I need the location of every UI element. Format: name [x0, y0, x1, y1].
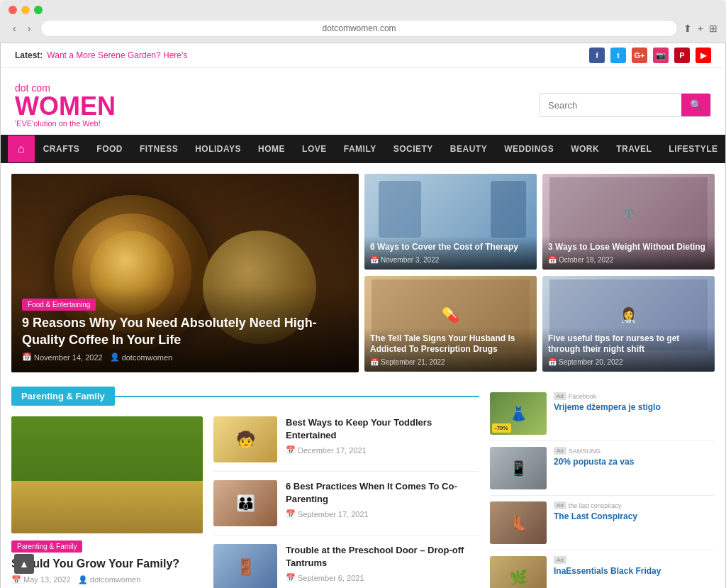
forward-button[interactable]: ›: [23, 21, 35, 35]
ad-title-1: Vrijeme džempera je stiglo: [554, 402, 715, 414]
article-item-1[interactable]: 🧒 Best Ways to Keep Your Toddlers Entert…: [213, 416, 479, 472]
new-tab-icon[interactable]: +: [698, 23, 703, 34]
ad-sponsor-2: Ad SAMSUNG: [554, 447, 715, 455]
nav-item-lifestyle[interactable]: LIFESTYLE: [660, 135, 726, 162]
facebook-icon[interactable]: f: [589, 48, 605, 63]
article-date-2: 📅 September 17, 2021: [286, 509, 479, 518]
essentials-emoji: 🌿: [510, 569, 527, 586]
minimize-dot[interactable]: [21, 6, 30, 14]
twitter-icon[interactable]: t: [610, 48, 626, 63]
ad-label-2: Ad: [554, 447, 566, 455]
hero-main-article[interactable]: Food & Entertaining 9 Reasons Why You Ne…: [11, 174, 359, 372]
nav-home-button[interactable]: ⌂: [8, 135, 35, 162]
article-date-3: 📅 September 6, 2021: [286, 573, 479, 582]
nav-item-weddings[interactable]: WEDDINGS: [496, 135, 562, 162]
side-card-4[interactable]: 👩‍⚕️ Five useful tips for nurses to get …: [542, 276, 715, 372]
logo-women: WOMEN: [15, 94, 116, 119]
nav-item-home[interactable]: HOME: [250, 135, 294, 162]
article-thumb-1: 🧒: [213, 416, 277, 462]
side-overlay-3: The Tell Tale Signs Your Husband Is Addi…: [364, 328, 537, 372]
side-card-2[interactable]: ⚖️ 3 Ways to Lose Weight Without Dieting…: [542, 174, 715, 270]
section-divider-line: [115, 396, 479, 397]
ad-label-3: Ad: [554, 501, 566, 509]
nav-item-work[interactable]: WORK: [562, 135, 608, 162]
parenting-featured[interactable]: Parenting & Family Should You Grow Your …: [11, 416, 203, 588]
logo-tagline: 'EVE'olution on the Web!: [15, 119, 116, 128]
close-dot[interactable]: [9, 6, 17, 14]
calendar-icon-4: 📅: [370, 358, 379, 366]
parenting-articles-section: Parenting & Family: [11, 387, 479, 588]
ad-item-1[interactable]: 👗 -70% Ad Facebook Vrijeme džempera je s…: [490, 387, 715, 441]
ground: [11, 481, 203, 533]
share-icon[interactable]: ⬆: [683, 23, 692, 34]
side-title-3: The Tell Tale Signs Your Husband Is Addi…: [370, 333, 531, 355]
ad-label-4: Ad: [554, 556, 566, 564]
browser-nav: ‹ ›: [9, 21, 35, 35]
article-info-2: 6 Best Practices When It Comes To Co-Par…: [286, 480, 479, 526]
therapy-figure-2: [491, 181, 526, 238]
side-overlay-2: 3 Ways to Lose Weight Without Dieting 📅 …: [542, 236, 715, 270]
googleplus-icon[interactable]: G+: [632, 48, 647, 63]
article-thumb-3: 🚪: [213, 544, 277, 588]
article-item-3[interactable]: 🚪 Trouble at the Preschool Door – Drop-o…: [213, 536, 479, 588]
logo[interactable]: dot com WOMEN 'EVE'olution on the Web!: [15, 82, 116, 128]
maximize-dot[interactable]: [34, 6, 43, 14]
ad-title-2: 20% popusta za vas: [554, 457, 715, 468]
calendar-icon-3: 📅: [548, 256, 557, 264]
side-card-1[interactable]: 6 Ways to Cover the Cost of Therapy 📅 No…: [364, 174, 537, 270]
nav-item-travel[interactable]: TRAVEL: [608, 135, 660, 162]
nav-item-society[interactable]: SOCIETY: [385, 135, 442, 162]
trees-bg: [11, 416, 203, 487]
browser-actions: ⬆ + ⊞: [683, 23, 717, 34]
address-bar[interactable]: dotcomwomen.com: [40, 20, 677, 37]
youtube-icon[interactable]: ▶: [696, 48, 711, 63]
nav-item-food[interactable]: FOOD: [88, 135, 131, 162]
ad-item-4[interactable]: 🌿 Ad InaEssentials Black Friday: [490, 550, 715, 588]
parenting-featured-image: [11, 416, 203, 533]
hero-author: 👤 dotcomwomen: [110, 353, 173, 362]
article-title-1: Best Ways to Keep Your Toddlers Entertai…: [286, 416, 479, 442]
ad-item-3[interactable]: 👢 Ad the last conspiracy The Last Conspi…: [490, 496, 715, 550]
ad-sponsor-3: Ad the last conspiracy: [554, 501, 715, 509]
user-icon-p: 👤: [78, 575, 88, 584]
ad-title-3: The Last Conspiracy: [554, 511, 715, 523]
side-title-2: 3 Ways to Lose Weight Without Dieting: [548, 242, 709, 253]
nav-item-love[interactable]: LOVE: [294, 135, 335, 162]
article-item-2[interactable]: 👪 6 Best Practices When It Comes To Co-P…: [213, 472, 479, 536]
ad-info-1: Ad Facebook Vrijeme džempera je stiglo: [554, 392, 715, 435]
latest-label: Latest:: [15, 50, 43, 60]
article-thumb-3-content: 🚪: [213, 544, 277, 588]
nav-item-holidays[interactable]: HOLIDAYS: [186, 135, 250, 162]
pinterest-icon[interactable]: P: [674, 48, 690, 63]
nav-item-crafts[interactable]: CRAFTS: [35, 135, 89, 162]
side-date-1: 📅 November 3, 2022: [370, 256, 531, 264]
hero-date: 📅 November 14, 2022: [22, 353, 103, 362]
search-bar: 🔍: [539, 93, 711, 117]
ad-thumb-4: 🌿: [490, 556, 547, 588]
ad-item-2[interactable]: 📱 Ad SAMSUNG 20% popusta za vas: [490, 441, 715, 496]
side-title-1: 6 Ways to Cover the Cost of Therapy: [370, 242, 531, 253]
browser-chrome: ‹ › dotcomwomen.com ⬆ + ⊞: [0, 0, 726, 43]
side-card-3[interactable]: 💊 The Tell Tale Signs Your Husband Is Ad…: [364, 276, 537, 372]
back-button[interactable]: ‹: [9, 21, 21, 35]
search-input[interactable]: [540, 94, 681, 116]
parenting-author: 👤 dotcomwomen: [78, 575, 141, 584]
browser-toolbar: ‹ › dotcomwomen.com ⬆ + ⊞: [9, 20, 717, 43]
sweater-emoji: 👗: [510, 405, 527, 422]
calendar-icon-a2: 📅: [286, 509, 296, 518]
nav-item-fitness[interactable]: FITNESS: [131, 135, 186, 162]
instagram-icon[interactable]: 📷: [653, 48, 669, 63]
article-info-3: Trouble at the Preschool Door – Drop-off…: [286, 544, 479, 588]
article-thumb-2: 👪: [213, 480, 277, 526]
calendar-icon: 📅: [22, 353, 32, 362]
grid-icon[interactable]: ⊞: [709, 23, 717, 34]
search-button[interactable]: 🔍: [681, 94, 710, 116]
article-date-1: 📅 December 17, 2021: [286, 445, 479, 455]
scroll-to-top-button[interactable]: ▲: [14, 554, 34, 574]
nav-item-beauty[interactable]: BEAUTY: [442, 135, 496, 162]
nav-items: CRAFTS FOOD FITNESS HOLIDAYS HOME LOVE F…: [35, 135, 726, 162]
nav-item-family[interactable]: FAMILY: [335, 135, 385, 162]
boots-emoji: 👢: [510, 514, 527, 531]
ad-image-3: 👢: [490, 501, 547, 544]
latest-article-link[interactable]: Want a More Serene Garden? Here's: [47, 50, 187, 60]
